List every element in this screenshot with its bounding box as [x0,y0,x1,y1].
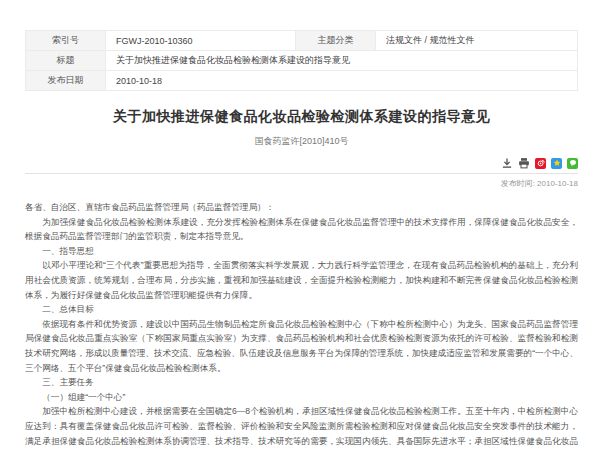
meta-date-label: 发布日期 [26,71,106,91]
publish-time: 发布时间: 2010-10-18 [25,178,578,189]
meta-category-value: 法规文件 / 规范性文件 [376,31,578,51]
paragraph: 为加强保健食品化妆品检验检测体系建设，充分发挥检验检测体系在保健食品化妆品监督管… [25,215,578,244]
share-toolbar [25,157,578,169]
meta-date-value: 2010-10-18 [106,71,578,91]
page-title: 关于加快推进保健食品化妆品检验检测体系建设的指导意见 [25,108,578,126]
section-heading: 二、总体目标 [25,302,578,317]
print-icon[interactable] [518,157,530,169]
table-row: 索引号 FGWJ-2010-10360 主题分类 法规文件 / 规范性文件 [26,31,578,51]
qzone-share-icon[interactable] [551,158,562,169]
wechat-share-icon[interactable] [567,158,578,169]
document-body: 各省、自治区、直辖市食品药品监督管理局（药品监督管理局）： 为加强保健食品化妆品… [25,200,578,450]
meta-index-value: FGWJ-2010-10360 [106,31,296,51]
download-icon[interactable] [501,157,513,169]
weibo-share-icon[interactable] [535,158,546,169]
paragraph: 依据现有条件和优势资源，建设以中国药品生物制品检定所食品化妆品检验检测中心（下称… [25,317,578,375]
document-meta-table: 索引号 FGWJ-2010-10360 主题分类 法规文件 / 规范性文件 标题… [25,30,578,91]
paragraph: 以邓小平理论和“三个代表”重要思想为指导，全面贯彻落实科学发展观，大力践行科学监… [25,258,578,302]
table-row: 发布日期 2010-10-18 [26,71,578,91]
meta-title-label: 标题 [26,51,106,71]
publish-time-value: 2010-10-18 [537,179,578,188]
section-heading: 三、主要任务 [25,375,578,390]
meta-category-label: 主题分类 [296,31,376,51]
publish-time-label: 发布时间: [501,179,537,188]
salutation: 各省、自治区、直辖市食品药品监督管理局（药品监督管理局）： [25,200,578,215]
paragraph: 加强中检所检测中心建设，并根据需要在全国确定6—8个检验机构，承担区域性保健食品… [25,404,578,450]
document-page: 索引号 FGWJ-2010-10360 主题分类 法规文件 / 规范性文件 标题… [0,0,600,450]
meta-title-value: 关于加快推进保健食品化妆品检验检测体系建设的指导意见 [106,51,578,71]
section-heading: 一、指导思想 [25,244,578,259]
divider [25,173,578,174]
meta-index-label: 索引号 [26,31,106,51]
subsection-heading: （一）组建“一个中心” [25,390,578,405]
document-number: 国食药监许[2010]410号 [25,135,578,148]
table-row: 标题 关于加快推进保健食品化妆品检验检测体系建设的指导意见 [26,51,578,71]
